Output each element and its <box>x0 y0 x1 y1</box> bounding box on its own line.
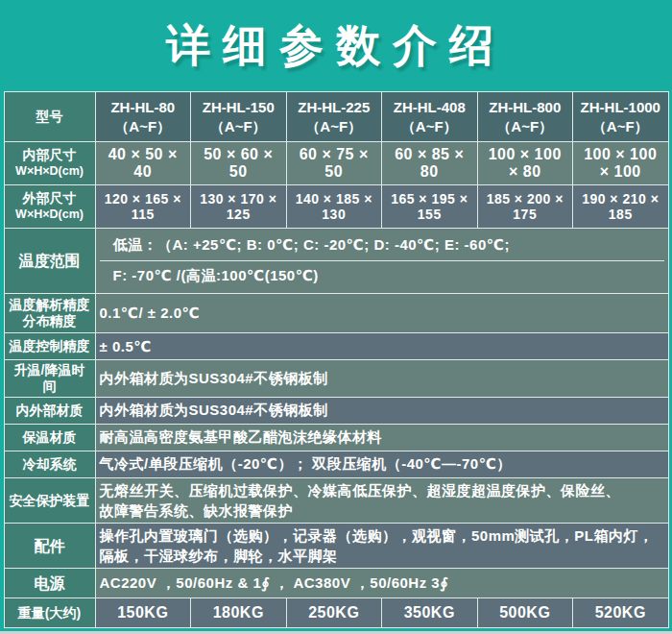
safety-label: 安全保护装置 <box>4 478 95 524</box>
weight-value: 180KG <box>191 598 287 628</box>
outer-size-value: 190 × 210 × 185 <box>573 185 669 229</box>
model-name: ZH-HL-150 <box>195 98 282 117</box>
table-row-heat-cool-time: 升温/降温时间 内外箱材质为SUS304#不锈钢板制 <box>4 360 668 398</box>
model-name: ZH-HL-80 <box>100 98 187 117</box>
model-column-zh-hl-80: ZH-HL-80 （A~F） <box>95 92 191 142</box>
table-row-weight: 重量(大约) 150KG 180KG 250KG 350KG 500KG 520… <box>4 598 668 628</box>
accessories-line-1: 操作孔内置玻璃门（选购），记录器（选购），观视窗，50mm测试孔，PL箱内灯， <box>100 525 664 546</box>
spec-table: 型号 ZH-HL-80 （A~F） ZH-HL-150 （A~F） ZH-HL-… <box>4 91 669 628</box>
outer-size-value: 130 × 170 × 125 <box>191 185 287 229</box>
inner-size-label: 内部尺寸 W×H×D(cm) <box>4 142 95 185</box>
inner-size-value: 40 × 50 × 40 <box>95 142 191 185</box>
weight-value: 350KG <box>382 598 478 628</box>
temp-range-high-line: F: -70℃ /(高温:100℃(150℃) <box>100 261 664 291</box>
model-variant: （A~F） <box>577 117 664 136</box>
cooling-value: 气冷式/单段压缩机（-20℃）； 双段压缩机（-40℃—-70℃） <box>95 451 668 478</box>
model-column-zh-hl-1000: ZH-HL-1000 （A~F） <box>573 92 669 142</box>
inner-size-value: 100 × 100 × 100 <box>573 142 669 185</box>
model-column-zh-hl-225: ZH-HL-225 （A~F） <box>286 92 382 142</box>
outer-size-value: 185 × 200 × 175 <box>477 185 573 229</box>
table-row-outer-size: 外部尺寸 W×H×D(cm) 120 × 165 × 115 130 × 170… <box>4 185 668 229</box>
model-name: ZH-HL-1000 <box>577 98 664 117</box>
power-value: AC220V ，50/60Hz & 1∮ ， AC380V ，50/60Hz 3… <box>95 569 668 598</box>
table-row-power: 电源 AC220V ，50/60Hz & 1∮ ， AC380V ，50/60H… <box>4 569 668 598</box>
model-column-zh-hl-800: ZH-HL-800 （A~F） <box>477 92 573 142</box>
weight-value: 250KG <box>286 598 382 628</box>
inner-size-value: 60 × 85 × 80 <box>382 142 478 185</box>
model-variant: （A~F） <box>291 117 378 136</box>
table-row-accessories: 配件 操作孔内置玻璃门（选购），记录器（选购），观视窗，50mm测试孔，PL箱内… <box>4 524 668 569</box>
temp-range-cell: 低温：（A: +25℃; B: 0℃; C: -20℃; D: -40℃; E:… <box>95 229 668 294</box>
model-variant: （A~F） <box>386 117 473 136</box>
accessories-label: 配件 <box>4 524 95 569</box>
inner-size-value: 60 × 75 × 50 <box>286 142 382 185</box>
table-row-temp-control: 温度控制精度 ± 0.5℃ <box>4 333 668 360</box>
table-row-models: 型号 ZH-HL-80 （A~F） ZH-HL-150 （A~F） ZH-HL-… <box>4 92 668 142</box>
safety-line-2: 故障警告系统、缺水报警保护 <box>100 500 664 521</box>
model-name: ZH-HL-800 <box>482 98 569 117</box>
temp-resolution-value: 0.1℃/ ± 2.0℃ <box>95 294 668 333</box>
weight-value: 150KG <box>95 598 191 628</box>
row-label-text: 温度解析精度 <box>9 297 91 313</box>
model-variant: （A~F） <box>482 117 569 136</box>
temp-resolution-label: 温度解析精度 分布精度 <box>4 294 95 333</box>
outer-size-label: 外部尺寸 W×H×D(cm) <box>4 185 95 229</box>
safety-line-1: 无熔丝开关、压缩机过载保护、冷媒高低压保护、超湿度超温度保护、保险丝、 <box>100 480 664 500</box>
cooling-label: 冷却系统 <box>4 451 95 478</box>
weight-label: 重量(大约) <box>4 598 95 628</box>
row-label-text: 外部尺寸 <box>9 190 91 207</box>
table-row-inner-size: 内部尺寸 W×H×D(cm) 40 × 50 × 40 50 × 60 × 50… <box>4 142 668 185</box>
row-label-text: 内部尺寸 <box>9 147 91 163</box>
model-variant: （A~F） <box>195 117 282 136</box>
table-row-insulation: 保温材质 耐高温高密度氨基甲酸乙醋泡沫绝缘体材料 <box>4 425 668 451</box>
power-label: 电源 <box>4 569 95 598</box>
table-row-safety: 安全保护装置 无熔丝开关、压缩机过载保护、冷媒高低压保护、超湿度超温度保护、保险… <box>4 478 668 524</box>
model-column-zh-hl-408: ZH-HL-408 （A~F） <box>382 92 478 142</box>
temp-control-value: ± 0.5℃ <box>95 333 668 360</box>
heat-cool-time-label: 升温/降温时间 <box>4 360 95 398</box>
table-row-temp-range: 温度范围 低温：（A: +25℃; B: 0℃; C: -20℃; D: -40… <box>4 229 668 294</box>
accessories-line-2: 隔板，干湿球纱布，脚轮，水平脚架 <box>100 546 664 566</box>
model-name: ZH-HL-225 <box>291 98 378 117</box>
title-banner: 详细参数介绍 <box>0 0 672 91</box>
table-row-cooling: 冷却系统 气冷式/单段压缩机（-20℃）； 双段压缩机（-40℃—-70℃） <box>4 451 668 478</box>
table-row-material: 内外部材质 内外箱材质为SUS304#不锈钢板制 <box>4 398 668 425</box>
model-column-zh-hl-150: ZH-HL-150 （A~F） <box>191 92 287 142</box>
outer-size-value: 165 × 195 × 155 <box>382 185 478 229</box>
insulation-value: 耐高温高密度氨基甲酸乙醋泡沫绝缘体材料 <box>95 425 668 451</box>
inner-size-value: 50 × 60 × 50 <box>191 142 287 185</box>
row-label-sub: 分布精度 <box>9 313 91 329</box>
model-row-label: 型号 <box>4 92 95 142</box>
weight-value: 500KG <box>477 598 573 628</box>
heat-cool-time-value: 内外箱材质为SUS304#不锈钢板制 <box>95 360 668 398</box>
model-name: ZH-HL-408 <box>386 98 473 117</box>
material-value: 内外箱材质为SUS304#不锈钢板制 <box>95 398 668 425</box>
temp-control-label: 温度控制精度 <box>4 333 95 360</box>
outer-size-value: 140 × 185 × 130 <box>286 185 382 229</box>
row-label-sub: W×H×D(cm) <box>9 163 91 180</box>
temp-range-low-line: 低温：（A: +25℃; B: 0℃; C: -20℃; D: -40℃; E:… <box>100 231 664 261</box>
weight-value: 520KG <box>573 598 669 628</box>
table-row-temp-resolution: 温度解析精度 分布精度 0.1℃/ ± 2.0℃ <box>4 294 668 333</box>
row-label-sub: W×H×D(cm) <box>9 207 91 223</box>
material-label: 内外部材质 <box>4 398 95 425</box>
page-title: 详细参数介绍 <box>166 16 506 76</box>
outer-size-value: 120 × 165 × 115 <box>95 185 191 229</box>
safety-value: 无熔丝开关、压缩机过载保护、冷媒高低压保护、超湿度超温度保护、保险丝、 故障警告… <box>95 478 668 524</box>
temp-range-label: 温度范围 <box>4 229 95 294</box>
insulation-label: 保温材质 <box>4 425 95 451</box>
accessories-value: 操作孔内置玻璃门（选购），记录器（选购），观视窗，50mm测试孔，PL箱内灯， … <box>95 524 668 569</box>
model-variant: （A~F） <box>100 117 187 136</box>
inner-size-value: 100 × 100 × 80 <box>477 142 573 185</box>
